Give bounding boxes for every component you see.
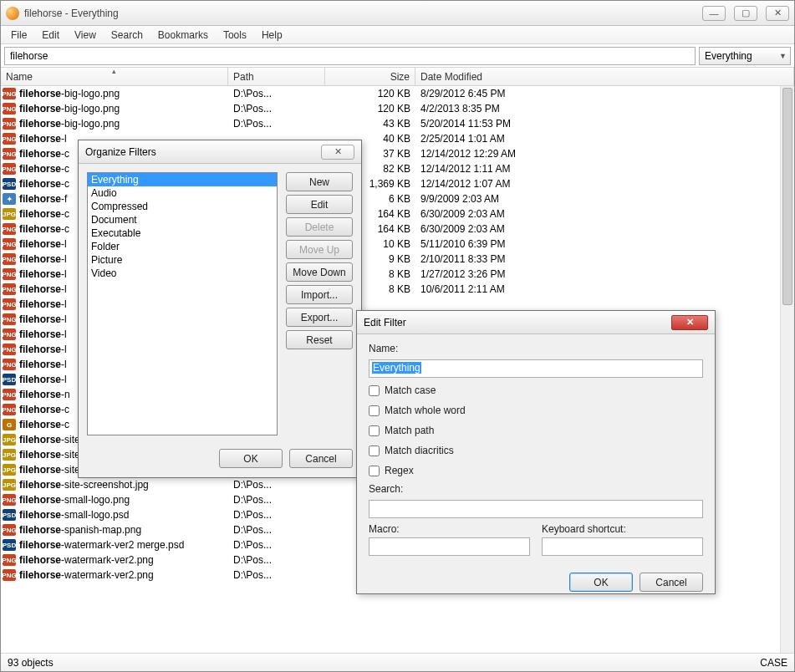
filetype-icon: PNG	[3, 313, 16, 325]
cell-name: filehorse-spanish-map.png	[19, 524, 228, 536]
reset-button[interactable]: Reset	[286, 330, 353, 349]
list-item[interactable]: Picture	[88, 253, 277, 267]
list-item[interactable]: Folder	[88, 240, 277, 253]
name-field[interactable]: Everything	[369, 359, 703, 378]
list-item[interactable]: Everything	[88, 173, 277, 186]
export-button[interactable]: Export...	[286, 308, 353, 327]
header-date[interactable]: Date Modified	[415, 68, 794, 85]
table-row[interactable]: PNGfilehorse-big-logo.pngD:\Pos...120 KB…	[1, 101, 794, 116]
filetype-icon: JPG	[3, 464, 16, 476]
ok-button[interactable]: OK	[219, 449, 283, 468]
filetype-icon: PNG	[3, 328, 16, 340]
cell-name: filehorse-big-logo.png	[19, 118, 228, 130]
name-label: Name:	[369, 343, 703, 354]
close-button[interactable]: ✕	[766, 6, 789, 21]
cell-path: D:\Pos...	[228, 569, 325, 581]
cell-path: D:\Pos...	[228, 554, 325, 566]
filetype-icon: PNG	[3, 163, 16, 175]
dialog-titlebar[interactable]: Edit Filter ✕	[357, 311, 715, 334]
menu-bookmarks[interactable]: Bookmarks	[151, 28, 215, 43]
filetype-icon: PNG	[3, 359, 16, 370]
status-count: 93 objects	[8, 657, 54, 669]
import-button[interactable]: Import...	[286, 285, 353, 304]
cell-date: 5/11/2010 6:39 PM	[415, 238, 794, 250]
list-item[interactable]: Document	[88, 213, 277, 227]
filters-listbox[interactable]: EverythingAudioCompressedDocumentExecuta…	[87, 172, 278, 435]
list-item[interactable]: Video	[88, 267, 277, 280]
close-icon[interactable]: ✕	[671, 315, 708, 330]
cell-name: filehorse-small-logo.png	[19, 494, 228, 506]
filter-value: Everything	[705, 50, 752, 62]
cell-date: 6/30/2009 2:03 AM	[415, 223, 794, 235]
window-title: filehorse - Everything	[24, 8, 702, 19]
dialog-titlebar[interactable]: Organize Filters ✕	[79, 140, 361, 164]
list-item[interactable]: Executable	[88, 227, 277, 240]
ok-button[interactable]: OK	[569, 573, 633, 592]
macro-label: Macro:	[369, 523, 530, 535]
filetype-icon: PNG	[3, 524, 16, 536]
menu-view[interactable]: View	[68, 28, 103, 43]
cell-date: 5/20/2014 11:53 PM	[415, 118, 794, 130]
cancel-button[interactable]: Cancel	[289, 449, 353, 468]
new-button[interactable]: New	[286, 172, 353, 191]
edit-filter-dialog: Edit Filter ✕ Name: Everything Match cas…	[356, 310, 716, 594]
menu-edit[interactable]: Edit	[35, 28, 66, 43]
match-case-checkbox[interactable]	[369, 385, 380, 396]
status-case: CASE	[760, 657, 787, 669]
menu-search[interactable]: Search	[104, 28, 150, 43]
header-path[interactable]: Path	[228, 68, 325, 85]
filetype-icon: PSD	[3, 374, 16, 385]
filetype-icon: PNG	[3, 404, 16, 415]
shortcut-field[interactable]	[542, 537, 703, 556]
edit-button[interactable]: Edit	[286, 195, 353, 214]
cell-name: filehorse-watermark-ver2.png	[19, 569, 228, 581]
scrollbar[interactable]	[780, 86, 794, 653]
match-path-checkbox[interactable]	[369, 425, 380, 436]
search-input[interactable]	[4, 47, 696, 65]
filetype-icon: PNG	[3, 283, 16, 295]
chevron-down-icon: ▼	[779, 52, 787, 60]
filter-combobox[interactable]: Everything ▼	[699, 47, 791, 65]
cell-name: filehorse-site-screenshot.jpg	[19, 479, 228, 491]
macro-field[interactable]	[369, 537, 530, 556]
menu-tools[interactable]: Tools	[217, 28, 253, 43]
organize-filters-dialog: Organize Filters ✕ EverythingAudioCompre…	[78, 140, 362, 478]
cell-path: D:\Pos...	[228, 494, 325, 506]
cell-path: D:\Pos...	[228, 524, 325, 536]
maximize-button[interactable]: ▢	[734, 6, 757, 21]
sort-indicator-icon: ▴	[112, 67, 116, 75]
table-row[interactable]: PNGfilehorse-big-logo.pngD:\Pos...43 KB5…	[1, 116, 794, 131]
search-field[interactable]	[369, 500, 703, 518]
list-item[interactable]: Compressed	[88, 200, 277, 213]
filetype-icon: PNG	[3, 133, 16, 145]
header-name[interactable]: Name ▴	[1, 68, 228, 85]
filetype-icon: PSD	[3, 178, 16, 190]
scrollbar-thumb[interactable]	[782, 88, 792, 305]
movedown-button[interactable]: Move Down	[286, 262, 353, 282]
titlebar[interactable]: filehorse - Everything — ▢ ✕	[1, 1, 794, 26]
cell-size: 120 KB	[325, 88, 415, 99]
moveup-button[interactable]: Move Up	[286, 240, 353, 259]
cell-path: D:\Pos...	[228, 118, 325, 130]
cell-date: 10/6/2011 2:11 AM	[415, 283, 794, 295]
cell-date: 9/9/2009 2:03 AM	[415, 193, 794, 205]
minimize-button[interactable]: —	[702, 6, 726, 21]
cell-name: filehorse-big-logo.png	[19, 88, 228, 99]
searchbar: Everything ▼	[1, 44, 794, 68]
menu-file[interactable]: File	[4, 28, 33, 43]
list-item[interactable]: Audio	[88, 186, 277, 200]
table-row[interactable]: PNGfilehorse-big-logo.pngD:\Pos...120 KB…	[1, 86, 794, 101]
match-diacritics-label: Match diacritics	[385, 445, 454, 456]
close-icon[interactable]: ✕	[321, 145, 354, 160]
regex-checkbox[interactable]	[369, 466, 380, 476]
delete-button[interactable]: Delete	[286, 217, 353, 237]
match-whole-checkbox[interactable]	[369, 405, 380, 416]
menu-help[interactable]: Help	[255, 28, 289, 43]
search-label: Search:	[369, 483, 703, 495]
cell-path: D:\Pos...	[228, 509, 325, 521]
match-path-label: Match path	[385, 425, 434, 436]
header-size[interactable]: Size	[325, 68, 415, 85]
cell-date: 2/10/2011 8:33 PM	[415, 253, 794, 265]
match-diacritics-checkbox[interactable]	[369, 445, 380, 456]
cancel-button[interactable]: Cancel	[640, 573, 703, 592]
